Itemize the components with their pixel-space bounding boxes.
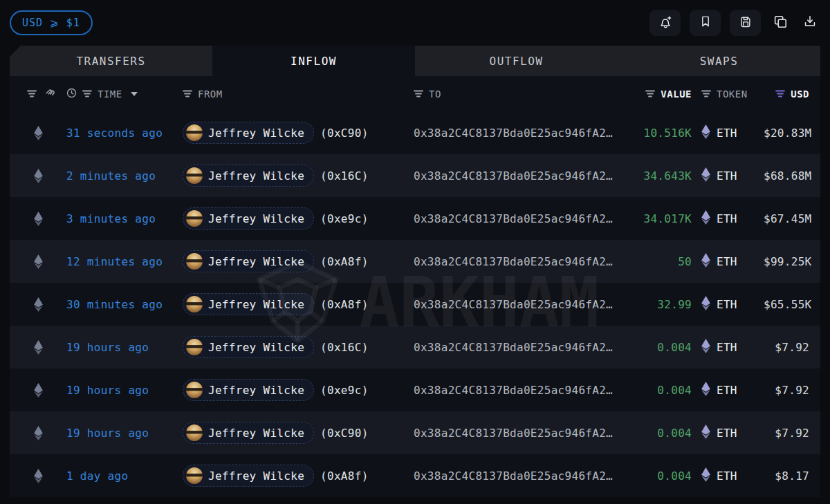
tab-transfers[interactable]: TRANSFERS [10, 46, 212, 76]
filter-lines-icon[interactable] [645, 88, 655, 100]
bookmark-button[interactable] [690, 10, 721, 36]
from-address-suffix[interactable]: (0xA8f) [320, 469, 369, 483]
avatar [186, 382, 203, 398]
table-row: 2 minutes ago Jeffrey Wilcke (0x16C) 0x3… [10, 154, 820, 197]
value-amount: 50 [614, 255, 692, 268]
chain-eth-icon [10, 426, 66, 440]
table-row: 3 minutes ago Jeffrey Wilcke (0xe9c) 0x3… [10, 197, 820, 240]
create-alert-button[interactable] [649, 10, 681, 36]
transaction-time-link[interactable]: 2 minutes ago [66, 169, 183, 183]
from-address-suffix[interactable]: (0xe9c) [320, 384, 369, 397]
save-button[interactable] [730, 10, 761, 36]
to-address-link[interactable]: 0x38a2C4C8137Bda0E25ac946fA2… [414, 298, 614, 311]
eth-token-icon [701, 424, 710, 442]
from-address-suffix[interactable]: (0xA8f) [320, 255, 369, 268]
to-address-link[interactable]: 0x38a2C4C8137Bda0E25ac946fA2… [414, 212, 614, 225]
column-header-usd[interactable]: USD [764, 88, 820, 100]
column-header-to[interactable]: TO [414, 88, 614, 100]
from-address-suffix[interactable]: (0xC90) [320, 427, 369, 440]
transaction-time-link[interactable]: 19 hours ago [66, 427, 183, 440]
token-cell[interactable]: ETH [692, 424, 764, 442]
table-body: 31 seconds ago Jeffrey Wilcke (0xC90) 0x… [10, 111, 820, 497]
from-entity-pill[interactable]: Jeffrey Wilcke [183, 336, 314, 358]
token-cell[interactable]: ETH [692, 253, 764, 270]
chain-eth-icon [10, 212, 66, 226]
to-address-link[interactable]: 0x38a2C4C8137Bda0E25ac946fA2… [414, 255, 614, 268]
filter-lines-icon[interactable] [414, 88, 423, 100]
from-address-suffix[interactable]: (0xC90) [320, 127, 369, 140]
tab-outflow[interactable]: OUTFLOW [415, 46, 618, 76]
transaction-time-link[interactable]: 30 minutes ago [66, 298, 183, 311]
from-cell: Jeffrey Wilcke (0x16C) [183, 336, 414, 358]
transaction-time-link[interactable]: 31 seconds ago [66, 127, 183, 140]
from-cell: Jeffrey Wilcke (0xA8f) [183, 465, 414, 487]
token-symbol: ETH [717, 127, 737, 140]
to-address-link[interactable]: 0x38a2C4C8137Bda0E25ac946fA2… [414, 127, 614, 140]
value-amount: 32.99 [614, 298, 692, 311]
column-header-from[interactable]: FROM [183, 88, 414, 100]
avatar [186, 124, 203, 141]
avatar [186, 210, 203, 227]
value-amount: 0.004 [614, 427, 692, 440]
caret-down-icon[interactable] [131, 92, 138, 96]
transaction-time-link[interactable]: 12 minutes ago [66, 255, 183, 268]
table-row: 1 day ago Jeffrey Wilcke (0xA8f) 0x38a2C… [10, 454, 820, 497]
from-address-suffix[interactable]: (0xe9c) [320, 212, 369, 225]
copy-button[interactable] [770, 10, 791, 36]
to-address-link[interactable]: 0x38a2C4C8137Bda0E25ac946fA2… [414, 469, 614, 483]
tab-swaps[interactable]: SWAPS [618, 46, 820, 76]
token-cell[interactable]: ETH [692, 467, 764, 485]
usd-amount: $7.92 [764, 341, 820, 354]
to-address-link[interactable]: 0x38a2C4C8137Bda0E25ac946fA2… [414, 341, 614, 354]
token-cell[interactable]: ETH [692, 382, 764, 399]
filter-lines-icon[interactable] [27, 88, 37, 100]
column-header-value[interactable]: VALUE [614, 88, 692, 100]
to-address-link[interactable]: 0x38a2C4C8137Bda0E25ac946fA2… [414, 169, 614, 183]
to-address-link[interactable]: 0x38a2C4C8137Bda0E25ac946fA2… [414, 384, 614, 397]
token-symbol: ETH [717, 469, 737, 483]
download-button[interactable] [800, 10, 820, 36]
filter-lines-icon[interactable] [82, 88, 92, 100]
token-cell[interactable]: ETH [692, 167, 764, 185]
eth-token-icon [701, 467, 710, 485]
from-entity-pill[interactable]: Jeffrey Wilcke [183, 293, 314, 315]
token-cell[interactable]: ETH [692, 339, 764, 356]
token-cell[interactable]: ETH [692, 296, 764, 313]
from-entity-pill[interactable]: Jeffrey Wilcke [183, 465, 314, 487]
filter-lines-icon[interactable] [701, 88, 711, 100]
tab-inflow[interactable]: INFLOW [212, 46, 415, 76]
filter-lines-active-icon[interactable] [775, 88, 785, 100]
link-icon[interactable] [44, 87, 55, 100]
from-entity-name: Jeffrey Wilcke [208, 469, 304, 483]
token-cell[interactable]: ETH [692, 210, 764, 227]
value-amount: 10.516K [614, 127, 692, 140]
to-address-link[interactable]: 0x38a2C4C8137Bda0E25ac946fA2… [414, 427, 614, 440]
from-entity-pill[interactable]: Jeffrey Wilcke [183, 422, 314, 444]
transaction-time-link[interactable]: 19 hours ago [66, 384, 183, 397]
from-address-suffix[interactable]: (0x16C) [320, 341, 369, 354]
token-cell[interactable]: ETH [692, 124, 764, 142]
filter-lines-icon[interactable] [183, 88, 192, 100]
avatar [186, 253, 203, 270]
token-symbol: ETH [717, 255, 737, 268]
tab-bar: TRANSFERS INFLOW OUTFLOW SWAPS [10, 46, 820, 76]
column-header-from-label: FROM [198, 88, 223, 100]
value-amount: 34.643K [614, 169, 692, 183]
usd-filter-chip[interactable]: USD ⩾ $1 [10, 10, 93, 35]
transaction-time-link[interactable]: 1 day ago [66, 469, 183, 483]
usd-amount: $7.92 [764, 384, 820, 397]
chain-eth-icon [10, 297, 66, 312]
column-header-token[interactable]: TOKEN [692, 88, 764, 100]
from-entity-pill[interactable]: Jeffrey Wilcke [183, 122, 314, 144]
from-entity-pill[interactable]: Jeffrey Wilcke [183, 165, 314, 187]
avatar [186, 467, 203, 484]
transaction-time-link[interactable]: 3 minutes ago [66, 212, 183, 225]
download-icon [802, 14, 818, 32]
column-header-time[interactable]: TIME [66, 88, 183, 100]
from-address-suffix[interactable]: (0x16C) [320, 169, 369, 183]
from-entity-pill[interactable]: Jeffrey Wilcke [183, 250, 314, 272]
from-entity-pill[interactable]: Jeffrey Wilcke [183, 207, 314, 230]
transaction-time-link[interactable]: 19 hours ago [66, 341, 183, 354]
from-entity-pill[interactable]: Jeffrey Wilcke [183, 379, 314, 401]
from-address-suffix[interactable]: (0xA8f) [320, 298, 369, 311]
